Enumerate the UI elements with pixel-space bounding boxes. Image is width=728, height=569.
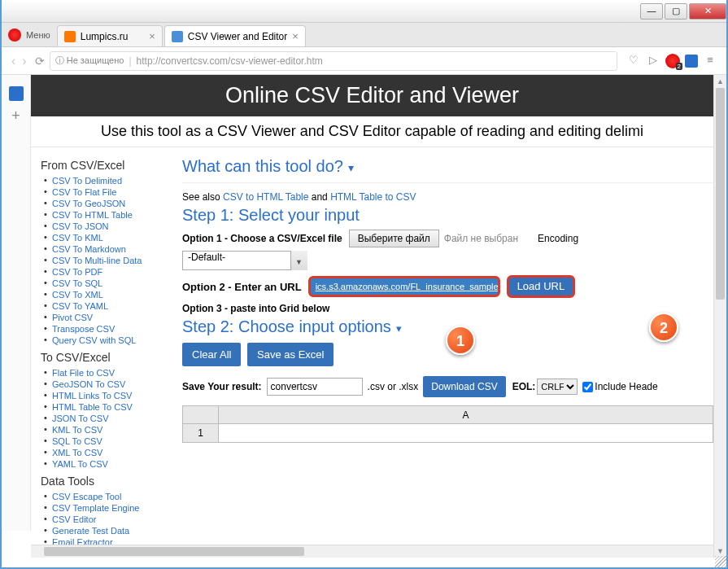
opera-badge-icon[interactable]: 2	[665, 54, 680, 68]
include-header-label: Include Heade	[595, 381, 657, 392]
nav-link[interactable]: HTML Table To CSV	[52, 401, 169, 413]
filename-input[interactable]	[267, 378, 363, 396]
nav-link[interactable]: CSV To Delimited	[52, 175, 169, 186]
nav-link[interactable]: CSV Escape Tool	[52, 491, 169, 502]
nav-link[interactable]: CSV To GeoJSON	[52, 198, 169, 209]
nav-link[interactable]: Flat File to CSV	[52, 367, 169, 379]
data-grid[interactable]: A 1	[182, 405, 713, 443]
nav-link[interactable]: Transpose CSV	[52, 323, 169, 335]
vertical-scrollbar[interactable]: ▲ ▼	[713, 75, 726, 558]
step1-heading: Step 1: Select your input	[182, 206, 713, 225]
nav-link[interactable]: GeoJSON To CSV	[52, 379, 169, 390]
nav-link[interactable]: CSV To YAML	[52, 300, 169, 312]
nav-link[interactable]: CSV To PDF	[52, 266, 169, 278]
include-header-checkbox[interactable]	[582, 382, 593, 392]
eol-label: EOL:	[512, 381, 536, 392]
see-also-link[interactable]: HTML Table to CSV	[330, 191, 416, 203]
option3-label: Option 3 - paste into Grid below	[182, 303, 329, 314]
close-button[interactable]: ✕	[689, 3, 726, 20]
back-icon[interactable]: ‹	[11, 54, 15, 68]
download-csv-button[interactable]: Download CSV	[423, 376, 505, 397]
nav-link[interactable]: CSV Template Engine	[52, 502, 169, 514]
sidebar-add-icon[interactable]: +	[2, 107, 30, 125]
tab-close-icon[interactable]: ×	[149, 30, 155, 42]
see-also-text: and	[308, 191, 330, 203]
tab-lumpics[interactable]: Lumpics.ru ×	[57, 25, 163, 46]
option2-label: Option 2 - Enter an URL	[182, 281, 302, 293]
bookmark-icon[interactable]: ♡	[626, 54, 641, 68]
choose-file-button[interactable]: Выберите файл	[349, 230, 439, 247]
grid-column-header[interactable]: A	[219, 406, 713, 424]
window-titlebar: — ▢ ✕	[2, 0, 726, 23]
grid-corner[interactable]	[183, 406, 219, 424]
what-can-heading[interactable]: What can this tool do?	[182, 154, 713, 183]
horizontal-scrollbar[interactable]	[31, 545, 713, 558]
page-content: Online CSV Editor and Viewer Use this to…	[31, 75, 713, 545]
divider: |	[129, 55, 131, 67]
nav-link[interactable]: CSV To XML	[52, 289, 169, 300]
scroll-thumb[interactable]	[716, 88, 725, 300]
nav-link[interactable]: Generate Test Data	[52, 525, 169, 536]
file-status: Файл не выбран	[444, 233, 518, 244]
chevron-down-icon	[391, 317, 402, 335]
scroll-up-icon[interactable]: ▲	[714, 75, 726, 88]
opera-logo-icon[interactable]	[8, 28, 21, 42]
encoding-select[interactable]: -Default- ▼	[182, 251, 307, 270]
url-field[interactable]: ⓘ Не защищено | http://convertcsv.com/cs…	[50, 51, 617, 71]
sidebar-app-icon[interactable]	[9, 86, 24, 101]
url-input[interactable]: ics.s3.amazonaws.com/FL_insurance_sample…	[308, 276, 500, 297]
nav-section-title: To CSV/Excel	[41, 351, 169, 364]
browser-sidebar: +	[2, 75, 31, 531]
nav-link[interactable]: CSV To JSON	[52, 221, 169, 232]
nav-link[interactable]: CSV To HTML Table	[52, 209, 169, 221]
favicon-icon	[64, 31, 76, 42]
see-also: See also CSV to HTML Table and HTML Tabl…	[182, 191, 713, 203]
nav-link[interactable]: CSV To Flat File	[52, 186, 169, 198]
save-as-excel-button[interactable]: Save as Excel	[247, 343, 333, 366]
tab-label: CSV Viewer and Editor	[188, 31, 288, 42]
maximize-button[interactable]: ▢	[665, 3, 687, 20]
favicon-icon	[172, 31, 183, 42]
tab-csv-viewer[interactable]: CSV Viewer and Editor ×	[164, 25, 306, 46]
load-url-button[interactable]: Load URL	[507, 275, 576, 298]
address-bar: ‹ › ⟳ ⓘ Не защищено | http://convertcsv.…	[2, 47, 726, 75]
nav-link[interactable]: CSV To Multi-line Data	[52, 255, 169, 266]
nav-link[interactable]: CSV Editor	[52, 514, 169, 525]
main-panel: What can this tool do? See also CSV to H…	[174, 147, 713, 545]
grid-row-header[interactable]: 1	[183, 424, 219, 442]
grid-cell[interactable]	[219, 424, 713, 442]
nav-link[interactable]: YAML To CSV	[52, 458, 169, 470]
nav-link[interactable]: Email Extractor	[52, 536, 169, 545]
nav-link[interactable]: Pivot CSV	[52, 312, 169, 323]
tab-strip: Меню Lumpics.ru × CSV Viewer and Editor …	[2, 23, 726, 47]
nav-link[interactable]: SQL To CSV	[52, 436, 169, 447]
forward-icon[interactable]: ›	[22, 54, 26, 68]
nav-section-title: From CSV/Excel	[41, 159, 169, 172]
nav-link[interactable]: JSON To CSV	[52, 413, 169, 424]
resize-handle[interactable]	[715, 556, 726, 567]
nav-link[interactable]: XML To CSV	[52, 447, 169, 458]
send-icon[interactable]: ▷	[646, 54, 660, 68]
tab-label: Lumpics.ru	[81, 31, 144, 42]
clear-all-button[interactable]: Clear All	[182, 343, 241, 366]
nav-link[interactable]: HTML Links To CSV	[52, 390, 169, 401]
nav-link[interactable]: CSV To SQL	[52, 278, 169, 289]
extension-icon[interactable]	[685, 55, 698, 68]
tab-close-icon[interactable]: ×	[292, 30, 299, 42]
see-also-link[interactable]: CSV to HTML Table	[223, 191, 308, 203]
annotation-marker-1: 1	[446, 326, 475, 355]
menu-button[interactable]: Меню	[26, 30, 50, 40]
reload-icon[interactable]: ⟳	[35, 55, 45, 68]
nav-link[interactable]: Query CSV with SQL	[52, 335, 169, 346]
nav-link[interactable]: KML To CSV	[52, 424, 169, 436]
minimize-button[interactable]: —	[640, 3, 663, 20]
scroll-thumb[interactable]	[44, 547, 304, 556]
page-title: Online CSV Editor and Viewer	[31, 75, 713, 116]
menu-icon[interactable]: ≡	[703, 54, 717, 68]
nav-link[interactable]: CSV To Markdown	[52, 243, 169, 255]
nav-link[interactable]: CSV To KML	[52, 232, 169, 243]
eol-select[interactable]: CRLF	[537, 379, 578, 395]
url-text: http://convertcsv.com/csv-viewer-editor.…	[137, 55, 323, 67]
option1-label: Option 1 - Choose a CSV/Excel file	[182, 233, 342, 244]
page-subtitle: Use this tool as a CSV Viewer and CSV Ed…	[31, 116, 713, 147]
